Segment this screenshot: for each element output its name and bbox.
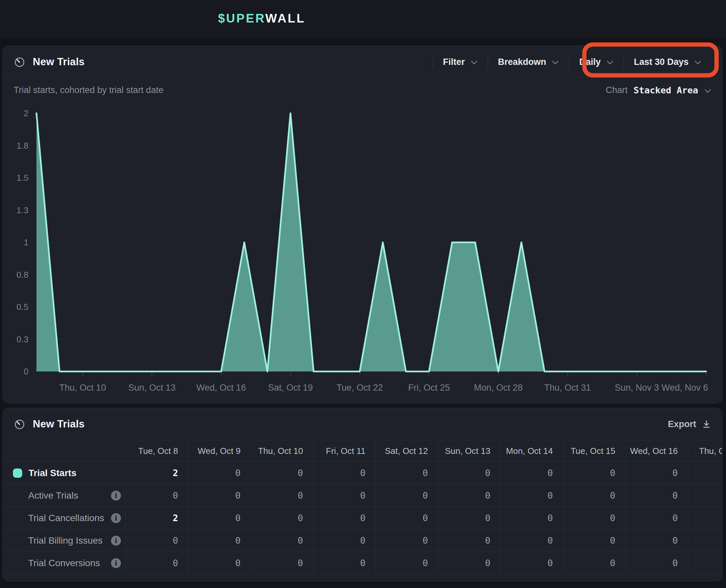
cell-value: 0	[672, 513, 678, 523]
stopwatch-icon	[14, 418, 25, 430]
table-cell: 0	[314, 552, 376, 574]
table-cell: 0	[314, 484, 376, 507]
cell-value: 0	[485, 558, 490, 568]
table-column-header: Wed, Oct 16	[626, 440, 688, 462]
row-label-cell: Active Trialsi	[3, 484, 126, 507]
y-axis-label: 0.8	[17, 270, 28, 280]
cell-value: 0	[422, 558, 428, 568]
x-axis-label: Mon, Oct 28	[474, 383, 523, 393]
table-cell: 0	[563, 507, 626, 529]
row-label-cell: Trial Cancellationsi	[3, 507, 126, 529]
y-axis-label: 2	[24, 108, 28, 118]
x-axis-label: Fri, Oct 25	[408, 383, 450, 393]
cell-value: 0	[547, 558, 553, 568]
cell-value: 0	[547, 536, 553, 546]
cell-value: 0	[235, 490, 241, 501]
info-icon[interactable]: i	[111, 491, 121, 501]
top-nav-bar: $UPERWALL	[0, 0, 726, 37]
cell-value: 0	[360, 513, 365, 523]
cell-value: 2	[173, 468, 178, 478]
table-cell: 0	[626, 529, 688, 551]
table-cell: 0	[126, 552, 188, 574]
table-cell: 0	[314, 529, 376, 551]
table-cell: 0	[626, 484, 688, 507]
table-cell: 0	[188, 529, 251, 551]
y-axis-label: 0.5	[17, 302, 28, 312]
y-axis-label: 1	[24, 237, 28, 247]
cell-value: 0	[360, 558, 365, 568]
info-icon[interactable]: i	[111, 558, 121, 568]
x-axis-label: Sun, Nov 3	[615, 383, 659, 393]
cell-value: 0	[360, 536, 365, 546]
cell-value: 0	[298, 468, 303, 478]
table-cell: 0	[563, 462, 626, 484]
table-column-header: Wed, Oct 9	[188, 440, 251, 462]
table-cell: 0	[376, 507, 438, 529]
table-cell: 0	[626, 507, 688, 529]
cell-value: 2	[173, 513, 178, 523]
superwall-logo[interactable]: $UPERWALL	[218, 12, 305, 25]
cell-value: 0	[422, 490, 428, 501]
table-row: Active Trialsi000000000	[3, 484, 722, 507]
table-column-header: Thu, O	[688, 440, 722, 462]
table-cell: 0	[251, 552, 314, 574]
cell-value: 0	[547, 513, 553, 523]
table-cell: 2	[126, 507, 188, 529]
table-cell: 0	[126, 529, 188, 551]
table-cell	[688, 484, 722, 507]
table-cell: 0	[251, 507, 314, 529]
cell-value: 0	[485, 468, 490, 478]
y-axis-label: 1.3	[17, 205, 28, 215]
table-cell	[688, 462, 722, 484]
table-cell: 0	[563, 484, 626, 507]
table-column-header: Tue, Oct 15	[563, 440, 626, 462]
table-cell: 0	[376, 484, 438, 507]
table-corner-cell	[3, 440, 126, 462]
cell-value: 0	[672, 490, 678, 501]
table-cell: 0	[314, 462, 376, 484]
cell-value: 0	[422, 513, 428, 523]
download-icon	[702, 419, 711, 429]
x-axis-label: Thu, Oct 10	[59, 383, 106, 393]
cell-value: 0	[173, 536, 178, 546]
logo-suffix: WALL	[265, 12, 305, 25]
series-color-swatch	[13, 468, 22, 478]
table-cell: 0	[188, 552, 251, 574]
cell-value: 0	[235, 536, 241, 546]
table-cell: 0	[188, 507, 251, 529]
cell-value: 0	[672, 468, 678, 478]
table-card-header: New Trials Export	[3, 408, 722, 440]
info-icon[interactable]: i	[111, 536, 121, 546]
table-cell: 0	[251, 462, 314, 484]
y-axis-label: 0	[24, 366, 28, 376]
table-row: Trial Cancellationsi200000000	[3, 507, 722, 529]
export-button[interactable]: Export	[668, 419, 711, 429]
cell-value: 0	[298, 558, 303, 568]
x-axis-label: Wed, Oct 16	[197, 383, 246, 393]
cell-value: 0	[173, 558, 178, 568]
table-column-header: Tue, Oct 8	[126, 440, 188, 462]
trials-area-chart[interactable]: 21.81.51.310.80.50.30Thu, Oct 10Sun, Oct…	[3, 46, 722, 403]
table-cell: 0	[376, 462, 438, 484]
cell-value: 0	[610, 513, 615, 523]
cell-value: 0	[610, 536, 615, 546]
cell-value: 0	[485, 490, 490, 501]
cell-value: 0	[672, 536, 678, 546]
table-cell: 0	[438, 484, 501, 507]
table-cell: 0	[501, 552, 563, 574]
x-axis-label: Wed, Nov 6	[661, 383, 708, 393]
row-label: Trial Billing Issues	[28, 536, 103, 546]
table-cell: 0	[563, 552, 626, 574]
cell-value: 0	[422, 536, 428, 546]
table-row: Trial Billing Issuesi000000000	[3, 529, 722, 552]
table-cell: 0	[438, 552, 501, 574]
info-icon[interactable]: i	[111, 513, 121, 523]
cell-value: 0	[485, 536, 490, 546]
table-cell	[688, 529, 722, 551]
table-column-header: Sun, Oct 13	[438, 440, 501, 462]
cell-value: 0	[610, 558, 615, 568]
cell-value: 0	[610, 490, 615, 501]
table-header-row: Tue, Oct 8Wed, Oct 9Thu, Oct 10Fri, Oct …	[3, 440, 722, 462]
table-row: Trial Conversionsi000000000	[3, 552, 722, 574]
table-column-header: Thu, Oct 10	[251, 440, 314, 462]
